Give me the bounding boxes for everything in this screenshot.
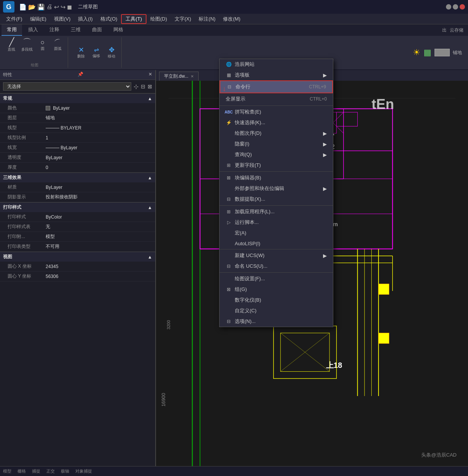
section-print[interactable]: 打印样式 ▲: [0, 202, 155, 212]
minimize-btn[interactable]: [446, 4, 451, 10]
menu-dataextract[interactable]: ⊟ 数据提取(X)...: [220, 194, 333, 204]
menu-xref[interactable]: 外部参照和块在位编辑 ▶: [220, 183, 333, 194]
file-tab-close[interactable]: ✕: [191, 74, 194, 78]
tool-polyline[interactable]: ⌒ 多段线: [20, 37, 34, 53]
tool-circle[interactable]: ○ 圆: [36, 38, 49, 52]
tool-arc[interactable]: ⌒ 圆弧: [51, 38, 65, 52]
status-polar[interactable]: 极轴: [61, 468, 69, 474]
menu-query[interactable]: 查询(Q) ▶: [220, 149, 333, 160]
close-btn[interactable]: [460, 4, 465, 10]
menu-macro[interactable]: 宏(A): [220, 228, 333, 238]
select-tool-icon[interactable]: ⊹: [134, 83, 138, 90]
blockedit-icon: ⊠: [226, 175, 232, 181]
section-3d-arrow: ▲: [148, 175, 152, 180]
menu-blockedit[interactable]: ⊠ 块编辑器(B): [220, 173, 333, 183]
menu-commandline[interactable]: ⊟ 命令行 CTRL+9: [220, 80, 333, 93]
menu-options[interactable]: ⊟ 选项(N)...: [220, 316, 333, 327]
tab-3d[interactable]: 三维: [65, 24, 86, 36]
prop-cy-value: 56306: [42, 272, 155, 281]
tool-move[interactable]: ✥ 移动: [105, 46, 118, 60]
menu-tools[interactable]: 工具(T): [121, 14, 146, 24]
save-icon[interactable]: 💾: [37, 3, 45, 11]
draworder-label: 绘图次序(D): [235, 130, 261, 137]
status-ortho[interactable]: 正交: [46, 468, 55, 474]
sep4: [220, 249, 333, 249]
open-icon[interactable]: 📂: [28, 3, 36, 11]
blockedit-label: 块编辑器(B): [235, 174, 261, 181]
tab-annotation[interactable]: 注释: [44, 24, 65, 36]
prop-pst-value: 无: [42, 222, 155, 232]
menu-autolisp[interactable]: AutoLISP(I): [220, 238, 333, 248]
tool-offset[interactable]: ⇌ 偏移: [89, 46, 103, 59]
tool-line[interactable]: ╱ 直线: [5, 37, 18, 53]
undo-icon[interactable]: ↩: [54, 3, 59, 11]
prop-material-value: ByLayer: [42, 182, 155, 192]
tab-mesh[interactable]: 网格: [108, 24, 129, 36]
select-prop-icon[interactable]: ⊠: [148, 83, 152, 89]
menu-insert[interactable]: 插入(I): [74, 15, 96, 23]
sep1: [220, 105, 333, 106]
menu-fullscreen[interactable]: 全屏显示 CTRL+0: [220, 93, 333, 105]
menu-edit[interactable]: 编辑(E): [26, 15, 50, 23]
tab-common[interactable]: 常用: [2, 24, 22, 36]
new-icon[interactable]: 📄: [19, 3, 27, 11]
object-selector-dropdown[interactable]: 无选择: [3, 82, 131, 91]
menu-draw[interactable]: 绘图(D): [146, 15, 171, 23]
edit-tools-row: ✕ 删除 ⇌ 偏移 ✥ 移动: [74, 46, 118, 60]
status-grid[interactable]: 栅格: [18, 468, 26, 474]
cloud-btn[interactable]: 云存储: [450, 27, 463, 34]
select-filter-icon[interactable]: ⊟: [141, 83, 145, 89]
file-tab-main[interactable]: 平立剖.dw... ✕: [159, 72, 199, 81]
ribbon-group-edit: ✕ 删除 ⇌ 偏移 ✥ 移动: [71, 37, 122, 68]
status-snap[interactable]: 捕捉: [32, 468, 40, 474]
prop-color-value: ByLayer: [42, 103, 155, 113]
menu-updatefield[interactable]: ⊞ 更新字段(T): [220, 160, 333, 171]
menu-modify[interactable]: 修改(M): [219, 15, 244, 23]
layer-icon: ▦: [423, 48, 431, 58]
menu-digitizer[interactable]: 数字化仪(B): [220, 295, 333, 305]
menu-customize[interactable]: 自定义(C): [220, 305, 333, 316]
menu-draftsettings[interactable]: 绘图设置(F)...: [220, 273, 333, 284]
menu-hidewin[interactable]: 隐窗(I) ▶: [220, 139, 333, 149]
arc-icon: ⌒: [53, 38, 62, 46]
cmdline-arrow: ↓: [223, 85, 226, 93]
tab-surface[interactable]: 曲面: [87, 24, 107, 36]
fullscreen-label: 全屏显示: [226, 96, 245, 102]
section-general[interactable]: 常规 ▲: [0, 93, 155, 103]
property-selector[interactable]: 无选择 ⊹ ⊟ ⊠: [0, 80, 155, 93]
menu-text[interactable]: 文字(X): [171, 15, 195, 23]
tool-delete[interactable]: ✕ 删除: [74, 46, 88, 60]
menu-draworder[interactable]: 绘图次序(D) ▶: [220, 128, 333, 139]
menu-format[interactable]: 格式(O): [97, 15, 121, 23]
panel-pin-icon[interactable]: 📌: [78, 72, 83, 78]
maximize-btn[interactable]: [453, 4, 458, 10]
panel-close-icon[interactable]: ✕: [148, 72, 152, 78]
menu-quickselect[interactable]: ⚡ 快速选择(K)...: [220, 117, 333, 128]
draftsettings-label: 绘图设置(F)...: [235, 275, 265, 282]
section-view[interactable]: 视图 ▲: [0, 252, 155, 262]
menu-newucs[interactable]: 新建 UCS(W) ▶: [220, 250, 333, 261]
prop-pstype: 打印表类型 不可用: [0, 242, 155, 252]
layers-icon[interactable]: ◼: [67, 3, 72, 11]
menu-spellcheck[interactable]: ABC 拼写检查(E): [220, 107, 333, 117]
status-model[interactable]: 模型: [3, 468, 11, 474]
menu-runscript[interactable]: ▷ 运行脚本...: [220, 217, 333, 228]
menu-nameducs[interactable]: ⊟ 命名 UCS(U)...: [220, 261, 333, 272]
menu-dim[interactable]: 标注(N): [195, 15, 219, 23]
print-icon[interactable]: 🖨: [46, 3, 53, 10]
prop-psattach: 打印附... 模型: [0, 232, 155, 242]
menu-group[interactable]: ⊠ 组(G): [220, 284, 333, 295]
prop-printstyle: 打印样式 ByColor: [0, 212, 155, 222]
menu-loadapp[interactable]: ⊞ 加载应用程序(L)...: [220, 206, 333, 217]
export-btn[interactable]: 出: [442, 27, 447, 34]
redo-icon[interactable]: ↪: [60, 3, 65, 11]
menu-file[interactable]: 文件(F): [2, 15, 26, 23]
menu-haochenwebsite[interactable]: 🌐 浩辰网站: [220, 59, 333, 70]
tab-insert[interactable]: 插入: [23, 24, 43, 36]
menu-view[interactable]: 视图(V): [50, 15, 74, 23]
section-3d-effect[interactable]: 三维效果 ▲: [0, 173, 155, 182]
panel-title: 特性 📌 ✕: [0, 70, 155, 80]
status-osnap[interactable]: 对象捕捉: [75, 468, 92, 474]
menu-optionpanel[interactable]: ▦ 选项板 ▶: [220, 70, 333, 80]
prop-linetype-label: 线型: [0, 123, 42, 133]
